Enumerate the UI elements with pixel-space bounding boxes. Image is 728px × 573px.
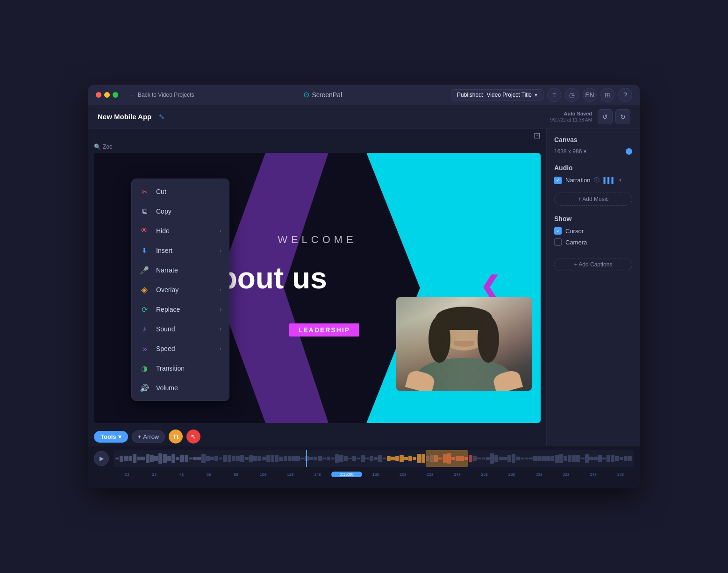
clock-icon-button[interactable]: ◷ bbox=[565, 88, 579, 102]
close-button[interactable] bbox=[96, 92, 101, 98]
camera-preview bbox=[396, 297, 532, 391]
hide-arrow-icon: › bbox=[220, 228, 221, 234]
menu-item-transition[interactable]: ◑ Transition bbox=[132, 358, 229, 378]
menu-item-cut[interactable]: ✂ Cut bbox=[132, 182, 229, 201]
tick-14s: 14s bbox=[304, 472, 331, 477]
volume-label: Volume bbox=[156, 384, 221, 392]
menu-item-insert[interactable]: ⬇ Insert › bbox=[132, 241, 229, 260]
overlay-arrow-icon: › bbox=[220, 286, 221, 293]
edit-title-icon[interactable]: ✎ bbox=[159, 113, 164, 121]
traffic-lights bbox=[96, 92, 118, 98]
bottom-toolbar: Tools ▾ + Arrow Tt ↖ bbox=[88, 427, 546, 446]
context-menu: ✂ Cut ⧉ Copy 👁 Hide › ⬇ bbox=[131, 179, 229, 401]
menu-item-hide[interactable]: 👁 Hide › bbox=[132, 221, 229, 241]
audio-section: Audio ✓ Narration ⓘ ▌▌▌ ▾ + Add Music bbox=[554, 164, 632, 206]
layers-icon-button[interactable]: ≡ bbox=[547, 88, 561, 102]
text-tool-button[interactable]: Tt bbox=[169, 430, 183, 444]
menu-item-replace[interactable]: ⟳ Replace › bbox=[132, 300, 229, 319]
narration-chevron-icon[interactable]: ▾ bbox=[619, 178, 621, 183]
tick-2s: 2s bbox=[141, 472, 168, 477]
insert-icon: ⬇ bbox=[139, 245, 150, 256]
tools-button[interactable]: Tools ▾ bbox=[94, 431, 128, 443]
language-button[interactable]: EN bbox=[583, 88, 597, 102]
publish-button[interactable]: Published: Video Project Title ▾ bbox=[451, 89, 543, 100]
cursor-icon: ↖ bbox=[191, 433, 196, 440]
tick-12s: 12s bbox=[277, 472, 304, 477]
canvas-top-row: ⊡ bbox=[88, 129, 546, 141]
menu-item-narrate[interactable]: 🎤 Narrate bbox=[132, 260, 229, 280]
timeline-playhead[interactable] bbox=[306, 450, 307, 467]
tools-chevron-icon: ▾ bbox=[118, 433, 121, 440]
chevron-icon: ❮ bbox=[480, 272, 500, 300]
add-music-button[interactable]: + Add Music bbox=[554, 193, 632, 206]
arrow-button[interactable]: + Arrow bbox=[132, 430, 165, 443]
help-icon-button[interactable]: ? bbox=[618, 88, 632, 102]
canvas-title: Canvas bbox=[554, 136, 632, 143]
camera-label: Camera bbox=[565, 239, 587, 246]
replace-icon: ⟳ bbox=[139, 304, 150, 315]
leadership-tag: LEADERSHIP bbox=[289, 323, 359, 337]
menu-item-speed[interactable]: » Speed › bbox=[132, 339, 229, 358]
auto-saved-info: Auto Saved 9/27/22 at 11:38 AM bbox=[550, 110, 592, 123]
menu-item-sound[interactable]: ♪ Sound › bbox=[132, 319, 229, 339]
replace-arrow-icon: › bbox=[220, 306, 221, 313]
minimize-button[interactable] bbox=[104, 92, 110, 98]
cursor-tool-button[interactable]: ↖ bbox=[186, 430, 200, 444]
add-music-label: + Add Music bbox=[578, 196, 609, 202]
title-bar-right: Published: Video Project Title ▾ ≡ ◷ EN … bbox=[451, 88, 632, 102]
cut-icon: ✂ bbox=[139, 186, 150, 197]
timeline-track[interactable] bbox=[114, 450, 634, 467]
play-button[interactable]: ▶ bbox=[94, 451, 109, 466]
narration-row: ✓ Narration ⓘ ▌▌▌ ▾ bbox=[554, 176, 632, 184]
timeline-highlight bbox=[426, 450, 467, 467]
cursor-checkbox[interactable]: ✓ bbox=[554, 227, 562, 235]
menu-item-copy[interactable]: ⧉ Copy bbox=[132, 201, 229, 221]
app-window: ← Back to Video Projects ⊙ ScreenPal Pub… bbox=[88, 85, 640, 488]
redo-button[interactable]: ↻ bbox=[615, 109, 630, 124]
tick-8s: 8s bbox=[222, 472, 250, 477]
canvas-color-dot[interactable] bbox=[626, 148, 632, 155]
add-captions-button[interactable]: + Add Captions bbox=[554, 258, 632, 271]
person-bg bbox=[396, 297, 532, 391]
tools-label: Tools bbox=[100, 433, 116, 440]
screenshot-icon[interactable]: ⊡ bbox=[534, 130, 541, 141]
tick-18s: 18s bbox=[362, 472, 389, 477]
audio-bars-icon: ▌▌▌ bbox=[603, 177, 615, 184]
title-bar: ← Back to Video Projects ⊙ ScreenPal Pub… bbox=[88, 85, 640, 105]
hide-label: Hide bbox=[156, 227, 213, 235]
tick-20s: 20s bbox=[389, 472, 416, 477]
timeline-area: ▶ 0s 2s 4s 6s 8s 10s 12s 14s 0:16:00 18s… bbox=[88, 446, 640, 488]
undo-button[interactable]: ↺ bbox=[598, 109, 613, 124]
canvas-resolution[interactable]: 1638 x 986 ▾ bbox=[554, 148, 586, 155]
narration-label: Narration bbox=[565, 177, 590, 184]
overlay-icon: ◈ bbox=[139, 285, 150, 295]
maximize-button[interactable] bbox=[113, 92, 118, 98]
stack-icon-button[interactable]: ⊞ bbox=[600, 88, 614, 102]
tick-current[interactable]: 0:16:00 bbox=[331, 472, 362, 477]
right-panel: Canvas 1638 x 986 ▾ Audio ✓ Narration ⓘ … bbox=[546, 129, 640, 446]
zoom-control[interactable]: 🔍 Zoo bbox=[94, 143, 113, 150]
chevron-down-icon: ▾ bbox=[535, 92, 537, 98]
sound-icon: ♪ bbox=[139, 324, 150, 334]
camera-checkbox[interactable] bbox=[554, 238, 562, 246]
welcome-text: WELCOME bbox=[278, 234, 357, 246]
about-us-text: bout us bbox=[219, 261, 327, 295]
toolbar: New Mobile App ✎ Auto Saved 9/27/22 at 1… bbox=[88, 105, 640, 129]
camera-row: Camera bbox=[554, 238, 632, 246]
back-button[interactable]: ← Back to Video Projects bbox=[129, 92, 194, 98]
tick-36s: 36s bbox=[607, 472, 634, 477]
narrate-icon: 🎤 bbox=[139, 265, 150, 275]
sound-arrow-icon: › bbox=[220, 326, 221, 332]
title-center: ⊙ ScreenPal bbox=[200, 90, 446, 99]
menu-item-volume[interactable]: 🔊 Volume bbox=[132, 378, 229, 398]
search-icon: 🔍 bbox=[94, 143, 101, 150]
zoom-label: Zoo bbox=[103, 143, 113, 150]
tick-22s: 22s bbox=[416, 472, 443, 477]
tick-4s: 4s bbox=[168, 472, 195, 477]
tick-0s: 0s bbox=[114, 472, 141, 477]
copy-icon: ⧉ bbox=[139, 206, 150, 216]
menu-item-overlay[interactable]: ◈ Overlay › bbox=[132, 280, 229, 300]
narration-checkbox[interactable]: ✓ bbox=[554, 177, 562, 184]
toolbar-right: Auto Saved 9/27/22 at 11:38 AM ↺ ↻ bbox=[550, 109, 630, 124]
info-icon[interactable]: ⓘ bbox=[594, 176, 600, 184]
